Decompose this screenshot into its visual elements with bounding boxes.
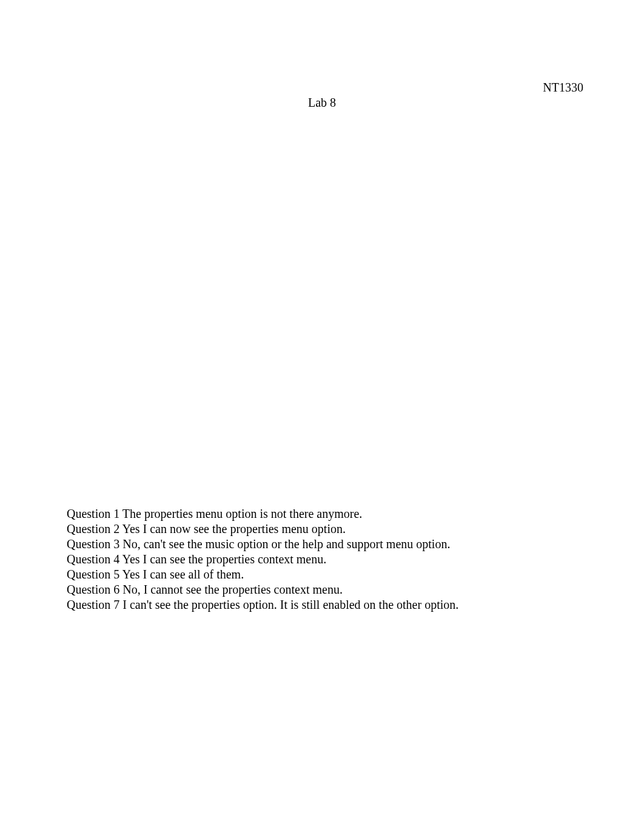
page-title: Lab 8 bbox=[0, 96, 644, 110]
question-row: Question 3 No, can't see the music optio… bbox=[67, 537, 583, 552]
question-text: No, I cannot see the properties context … bbox=[122, 583, 343, 596]
question-row: Question 6 No, I cannot see the properti… bbox=[67, 582, 583, 597]
question-label: Question 1 bbox=[67, 507, 122, 520]
question-label: Question 5 bbox=[67, 568, 122, 581]
questions-block: Question 1 The properties menu option is… bbox=[67, 506, 583, 612]
question-text: Yes I can see the properties context men… bbox=[122, 552, 326, 566]
question-text: Yes I can now see the properties menu op… bbox=[122, 522, 345, 535]
question-text: Yes I can see all of them. bbox=[122, 568, 244, 581]
question-text: No, can't see the music option or the he… bbox=[122, 537, 450, 551]
question-row: Question 5 Yes I can see all of them. bbox=[67, 567, 583, 582]
question-label: Question 2 bbox=[67, 522, 122, 535]
question-text: The properties menu option is not there … bbox=[122, 507, 362, 520]
document-page: NT1330 Lab 8 Question 1 The properties m… bbox=[0, 0, 644, 835]
question-row: Question 1 The properties menu option is… bbox=[67, 506, 583, 521]
question-label: Question 4 bbox=[67, 552, 122, 566]
course-code: NT1330 bbox=[543, 81, 583, 95]
question-label: Question 6 bbox=[67, 583, 122, 596]
question-row: Question 2 Yes I can now see the propert… bbox=[67, 521, 583, 537]
question-label: Question 3 bbox=[67, 537, 122, 551]
question-label: Question 7 bbox=[67, 598, 122, 611]
question-text: I can't see the properties option. It is… bbox=[122, 598, 458, 611]
question-row: Question 7 I can't see the properties op… bbox=[67, 597, 583, 612]
question-row: Question 4 Yes I can see the properties … bbox=[67, 552, 583, 567]
